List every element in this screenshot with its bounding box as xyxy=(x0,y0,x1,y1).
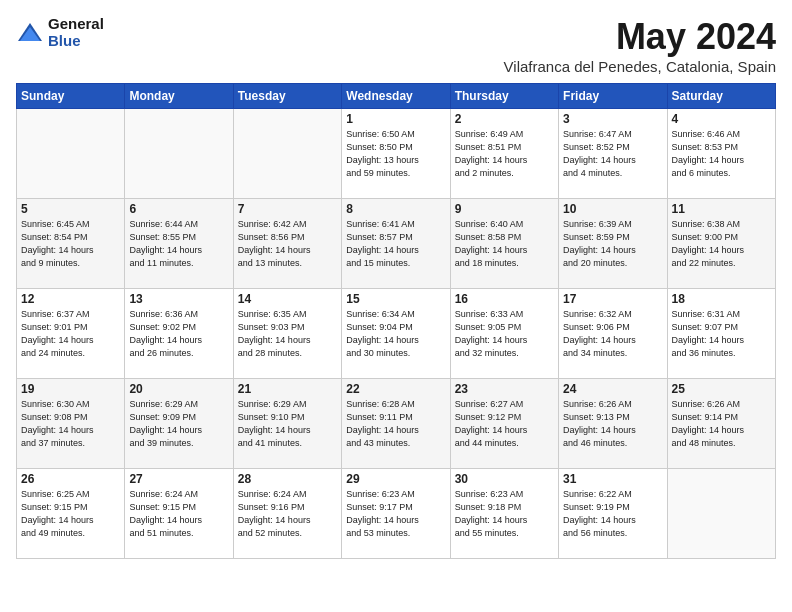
calendar-cell: 4Sunrise: 6:46 AM Sunset: 8:53 PM Daylig… xyxy=(667,109,775,199)
calendar-cell: 9Sunrise: 6:40 AM Sunset: 8:58 PM Daylig… xyxy=(450,199,558,289)
calendar-cell: 7Sunrise: 6:42 AM Sunset: 8:56 PM Daylig… xyxy=(233,199,341,289)
cell-info: Sunrise: 6:38 AM Sunset: 9:00 PM Dayligh… xyxy=(672,218,771,270)
day-number: 31 xyxy=(563,472,662,486)
calendar-week-2: 12Sunrise: 6:37 AM Sunset: 9:01 PM Dayli… xyxy=(17,289,776,379)
day-number: 23 xyxy=(455,382,554,396)
cell-info: Sunrise: 6:39 AM Sunset: 8:59 PM Dayligh… xyxy=(563,218,662,270)
header-thursday: Thursday xyxy=(450,84,558,109)
calendar-cell: 25Sunrise: 6:26 AM Sunset: 9:14 PM Dayli… xyxy=(667,379,775,469)
day-number: 28 xyxy=(238,472,337,486)
logo-icon xyxy=(16,19,44,47)
cell-info: Sunrise: 6:47 AM Sunset: 8:52 PM Dayligh… xyxy=(563,128,662,180)
cell-info: Sunrise: 6:29 AM Sunset: 9:10 PM Dayligh… xyxy=(238,398,337,450)
calendar-cell xyxy=(233,109,341,199)
cell-info: Sunrise: 6:28 AM Sunset: 9:11 PM Dayligh… xyxy=(346,398,445,450)
day-number: 25 xyxy=(672,382,771,396)
calendar-cell: 30Sunrise: 6:23 AM Sunset: 9:18 PM Dayli… xyxy=(450,469,558,559)
day-number: 29 xyxy=(346,472,445,486)
day-number: 19 xyxy=(21,382,120,396)
calendar-cell: 10Sunrise: 6:39 AM Sunset: 8:59 PM Dayli… xyxy=(559,199,667,289)
header-tuesday: Tuesday xyxy=(233,84,341,109)
calendar-cell: 11Sunrise: 6:38 AM Sunset: 9:00 PM Dayli… xyxy=(667,199,775,289)
cell-info: Sunrise: 6:26 AM Sunset: 9:14 PM Dayligh… xyxy=(672,398,771,450)
page-header: General Blue May 2024 Vilafranca del Pen… xyxy=(16,16,776,75)
calendar-cell: 2Sunrise: 6:49 AM Sunset: 8:51 PM Daylig… xyxy=(450,109,558,199)
cell-info: Sunrise: 6:41 AM Sunset: 8:57 PM Dayligh… xyxy=(346,218,445,270)
logo-text: General Blue xyxy=(48,16,104,49)
day-number: 7 xyxy=(238,202,337,216)
calendar-cell: 23Sunrise: 6:27 AM Sunset: 9:12 PM Dayli… xyxy=(450,379,558,469)
header-row: Sunday Monday Tuesday Wednesday Thursday… xyxy=(17,84,776,109)
cell-info: Sunrise: 6:45 AM Sunset: 8:54 PM Dayligh… xyxy=(21,218,120,270)
day-number: 8 xyxy=(346,202,445,216)
cell-info: Sunrise: 6:23 AM Sunset: 9:18 PM Dayligh… xyxy=(455,488,554,540)
cell-info: Sunrise: 6:27 AM Sunset: 9:12 PM Dayligh… xyxy=(455,398,554,450)
calendar-cell: 28Sunrise: 6:24 AM Sunset: 9:16 PM Dayli… xyxy=(233,469,341,559)
cell-info: Sunrise: 6:34 AM Sunset: 9:04 PM Dayligh… xyxy=(346,308,445,360)
logo-blue-text: Blue xyxy=(48,33,104,50)
logo: General Blue xyxy=(16,16,104,49)
calendar-cell: 26Sunrise: 6:25 AM Sunset: 9:15 PM Dayli… xyxy=(17,469,125,559)
day-number: 15 xyxy=(346,292,445,306)
day-number: 22 xyxy=(346,382,445,396)
header-saturday: Saturday xyxy=(667,84,775,109)
day-number: 6 xyxy=(129,202,228,216)
calendar-table: Sunday Monday Tuesday Wednesday Thursday… xyxy=(16,83,776,559)
day-number: 14 xyxy=(238,292,337,306)
calendar-cell: 8Sunrise: 6:41 AM Sunset: 8:57 PM Daylig… xyxy=(342,199,450,289)
cell-info: Sunrise: 6:24 AM Sunset: 9:15 PM Dayligh… xyxy=(129,488,228,540)
cell-info: Sunrise: 6:46 AM Sunset: 8:53 PM Dayligh… xyxy=(672,128,771,180)
calendar-cell: 14Sunrise: 6:35 AM Sunset: 9:03 PM Dayli… xyxy=(233,289,341,379)
header-friday: Friday xyxy=(559,84,667,109)
cell-info: Sunrise: 6:50 AM Sunset: 8:50 PM Dayligh… xyxy=(346,128,445,180)
day-number: 11 xyxy=(672,202,771,216)
day-number: 17 xyxy=(563,292,662,306)
cell-info: Sunrise: 6:31 AM Sunset: 9:07 PM Dayligh… xyxy=(672,308,771,360)
calendar-week-0: 1Sunrise: 6:50 AM Sunset: 8:50 PM Daylig… xyxy=(17,109,776,199)
calendar-cell: 5Sunrise: 6:45 AM Sunset: 8:54 PM Daylig… xyxy=(17,199,125,289)
cell-info: Sunrise: 6:33 AM Sunset: 9:05 PM Dayligh… xyxy=(455,308,554,360)
header-wednesday: Wednesday xyxy=(342,84,450,109)
cell-info: Sunrise: 6:29 AM Sunset: 9:09 PM Dayligh… xyxy=(129,398,228,450)
day-number: 27 xyxy=(129,472,228,486)
calendar-cell: 22Sunrise: 6:28 AM Sunset: 9:11 PM Dayli… xyxy=(342,379,450,469)
day-number: 4 xyxy=(672,112,771,126)
day-number: 13 xyxy=(129,292,228,306)
cell-info: Sunrise: 6:37 AM Sunset: 9:01 PM Dayligh… xyxy=(21,308,120,360)
calendar-cell: 18Sunrise: 6:31 AM Sunset: 9:07 PM Dayli… xyxy=(667,289,775,379)
calendar-cell: 31Sunrise: 6:22 AM Sunset: 9:19 PM Dayli… xyxy=(559,469,667,559)
calendar-cell: 15Sunrise: 6:34 AM Sunset: 9:04 PM Dayli… xyxy=(342,289,450,379)
cell-info: Sunrise: 6:42 AM Sunset: 8:56 PM Dayligh… xyxy=(238,218,337,270)
day-number: 3 xyxy=(563,112,662,126)
day-number: 1 xyxy=(346,112,445,126)
title-section: May 2024 Vilafranca del Penedes, Catalon… xyxy=(504,16,776,75)
calendar-cell: 21Sunrise: 6:29 AM Sunset: 9:10 PM Dayli… xyxy=(233,379,341,469)
cell-info: Sunrise: 6:22 AM Sunset: 9:19 PM Dayligh… xyxy=(563,488,662,540)
calendar-cell: 12Sunrise: 6:37 AM Sunset: 9:01 PM Dayli… xyxy=(17,289,125,379)
calendar-cell: 20Sunrise: 6:29 AM Sunset: 9:09 PM Dayli… xyxy=(125,379,233,469)
calendar-cell: 19Sunrise: 6:30 AM Sunset: 9:08 PM Dayli… xyxy=(17,379,125,469)
cell-info: Sunrise: 6:44 AM Sunset: 8:55 PM Dayligh… xyxy=(129,218,228,270)
cell-info: Sunrise: 6:36 AM Sunset: 9:02 PM Dayligh… xyxy=(129,308,228,360)
day-number: 24 xyxy=(563,382,662,396)
day-number: 26 xyxy=(21,472,120,486)
calendar-cell: 16Sunrise: 6:33 AM Sunset: 9:05 PM Dayli… xyxy=(450,289,558,379)
calendar-week-3: 19Sunrise: 6:30 AM Sunset: 9:08 PM Dayli… xyxy=(17,379,776,469)
logo-general-text: General xyxy=(48,16,104,33)
calendar-cell: 24Sunrise: 6:26 AM Sunset: 9:13 PM Dayli… xyxy=(559,379,667,469)
calendar-cell xyxy=(667,469,775,559)
calendar-cell: 1Sunrise: 6:50 AM Sunset: 8:50 PM Daylig… xyxy=(342,109,450,199)
calendar-week-1: 5Sunrise: 6:45 AM Sunset: 8:54 PM Daylig… xyxy=(17,199,776,289)
day-number: 12 xyxy=(21,292,120,306)
day-number: 16 xyxy=(455,292,554,306)
cell-info: Sunrise: 6:25 AM Sunset: 9:15 PM Dayligh… xyxy=(21,488,120,540)
cell-info: Sunrise: 6:40 AM Sunset: 8:58 PM Dayligh… xyxy=(455,218,554,270)
day-number: 2 xyxy=(455,112,554,126)
location-title: Vilafranca del Penedes, Catalonia, Spain xyxy=(504,58,776,75)
day-number: 21 xyxy=(238,382,337,396)
cell-info: Sunrise: 6:23 AM Sunset: 9:17 PM Dayligh… xyxy=(346,488,445,540)
cell-info: Sunrise: 6:26 AM Sunset: 9:13 PM Dayligh… xyxy=(563,398,662,450)
month-title: May 2024 xyxy=(504,16,776,58)
day-number: 30 xyxy=(455,472,554,486)
day-number: 10 xyxy=(563,202,662,216)
